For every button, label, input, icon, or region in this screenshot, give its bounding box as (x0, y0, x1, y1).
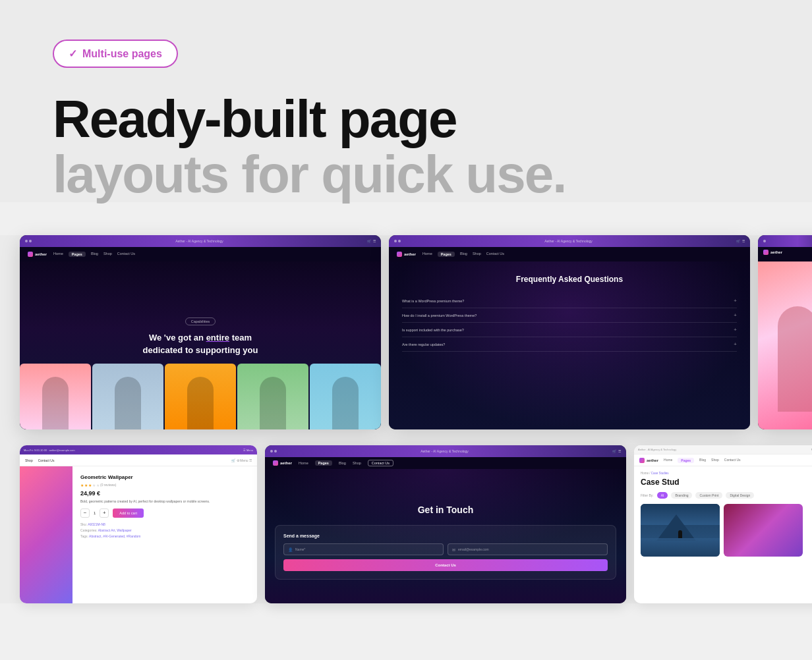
browser-dots-2 (394, 240, 401, 242)
faq-nav-contact[interactable]: Contact Us (486, 252, 504, 257)
nav-contact[interactable]: Contact Us (117, 252, 135, 257)
contact-nav-contact[interactable]: Contact Us (368, 460, 393, 466)
faq-plus-2: + (734, 312, 737, 318)
cart-icon-2: 🛒 (736, 239, 740, 243)
browser-icons-4: 🛒 ☰ (612, 449, 621, 453)
team-content: Capabilities We 've got an entire teamde… (20, 261, 381, 429)
product-reviews: (0 reviews) (100, 483, 116, 487)
faq-title: Frequently Asked Questions (402, 275, 737, 284)
star-4: ★ (92, 483, 96, 487)
email-field[interactable]: ✉ email@example.com (448, 543, 608, 555)
browser-bar-1: Aether - AI Agency & Technology 🛒 ☰ (20, 235, 381, 247)
nav-logo-text: aether (35, 252, 47, 256)
person-4 (237, 364, 308, 429)
cart-icon: 🛒 (367, 239, 371, 243)
faq-question-3: Is support included with the purchase? (402, 328, 464, 332)
faq-nav-pages[interactable]: Pages (438, 252, 455, 257)
case-images (641, 504, 812, 557)
partial-person-bg (758, 261, 812, 429)
nav-blog[interactable]: Blog (91, 252, 98, 257)
team-photo-3 (165, 364, 236, 429)
aether-logo-icon (28, 252, 33, 257)
faq-item-1[interactable]: What is a WordPress premium theme? + (402, 294, 737, 308)
hero-subtitle: layouts for quick use. (53, 147, 759, 202)
faq-nav-shop[interactable]: Shop (473, 252, 481, 257)
contact-nav-pages[interactable]: Pages (315, 460, 332, 466)
silhouette-2 (115, 377, 141, 429)
filter-ai[interactable]: AI (657, 492, 668, 499)
product-nav-shop[interactable]: Shop (25, 458, 33, 462)
contact-nav-home[interactable]: Home (299, 461, 308, 465)
screenshots-area: Aether - AI Agency & Technology 🛒 ☰ aeth… (0, 235, 812, 603)
dot-6 (270, 450, 273, 453)
case-nav-home[interactable]: Home (664, 458, 672, 463)
case-logo-icon (639, 458, 645, 463)
product-meta: Sku: A9321M-N8 Categories: Abstract Art,… (80, 522, 249, 539)
card-1-navbar: aether Home Pages Blog Shop Contact Us (20, 247, 381, 261)
nav-shop[interactable]: Shop (103, 252, 112, 257)
case-nav-contact[interactable]: Contact Us (724, 458, 741, 463)
team-page-card[interactable]: Aether - AI Agency & Technology 🛒 ☰ aeth… (20, 235, 381, 429)
product-title: Geometric Wallpaper (80, 474, 249, 480)
faq-page-card[interactable]: Aether - AI Agency & Technology 🛒 ☰ aeth… (389, 235, 750, 429)
case-nav-pages[interactable]: Pages (678, 458, 694, 463)
nav-pages[interactable]: Pages (69, 252, 86, 257)
faq-content: Frequently Asked Questions What is a Wor… (389, 261, 750, 429)
product-page-card[interactable]: Mon-Fri: 9:00-10:00 · aether@example.com… (20, 445, 257, 603)
team-photo-5 (310, 364, 381, 429)
contact-submit-button[interactable]: Contact Us (283, 559, 608, 571)
contact-logo-text: aether (280, 461, 292, 465)
browser-url-1: Aether - AI Agency & Technology (34, 239, 364, 243)
team-photo-4 (237, 364, 308, 429)
dot-4 (398, 240, 401, 242)
contact-page-card[interactable]: Aether - AI Agency & Technology 🛒 ☰ aeth… (265, 445, 626, 603)
faq-plus-4: + (734, 341, 737, 347)
product-nav-contact[interactable]: Contact Us (38, 458, 55, 462)
faq-question-2: How do I install a premium WordPress the… (402, 314, 477, 317)
faq-item-3[interactable]: Is support included with the purchase? + (402, 323, 737, 337)
browser-icons-2: 🛒 ☰ (736, 239, 745, 243)
team-photo-1 (20, 364, 91, 429)
browser-bar-4: Aether - AI Agency & Technology 🛒 ☰ (265, 445, 626, 457)
qty-plus[interactable]: + (100, 509, 109, 518)
nav-home[interactable]: Home (53, 252, 63, 257)
product-quantity[interactable]: − 1 + Add to cart (80, 509, 249, 518)
top-row: Aether - AI Agency & Technology 🛒 ☰ aeth… (0, 235, 812, 429)
nav-links-2: Home Pages Blog Shop Contact Us (422, 252, 742, 257)
partial-logo-text: aether (770, 250, 782, 254)
product-sku: Sku: A9321M-N8 (80, 522, 249, 528)
filter-custom-print[interactable]: Custom Print (695, 492, 722, 499)
add-to-cart-button[interactable]: Add to cart (113, 509, 144, 518)
cart-icon-4: 🛒 (612, 449, 616, 453)
faq-item-2[interactable]: How do I install a premium WordPress the… (402, 308, 737, 323)
star-5: ★ (96, 483, 100, 487)
case-nav-blog[interactable]: Blog (699, 458, 706, 463)
filter-label: Filter By: (641, 493, 654, 497)
check-icon: ✓ (69, 47, 77, 60)
team-title: We 've got an entire teamdedicated to su… (143, 332, 258, 356)
product-bar-info: Mon-Fri: 9:00-10:00 · aether@example.com (24, 449, 75, 452)
hero-title: Ready-built page (53, 92, 759, 147)
bottom-row: Mon-Fri: 9:00-10:00 · aether@example.com… (0, 437, 812, 603)
contact-nav-shop[interactable]: Shop (353, 461, 361, 465)
silhouette-4 (260, 377, 286, 429)
filter-branding[interactable]: Branding (671, 492, 692, 499)
silhouette-3 (187, 377, 214, 429)
partial-logo-icon (763, 250, 768, 255)
case-studies-card[interactable]: Aether - AI Agency & Technology Mon-Fri:… (634, 445, 812, 603)
filter-digital-design[interactable]: Digital Design (726, 492, 754, 499)
contact-nav-blog[interactable]: Blog (339, 461, 346, 465)
faq-item-4[interactable]: Are there regular updates? + (402, 337, 737, 352)
faq-list: What is a WordPress premium theme? + How… (402, 294, 737, 352)
faq-nav-home[interactable]: Home (422, 252, 432, 257)
star-1: ★ (80, 483, 84, 487)
name-field[interactable]: 👤 Name* (283, 543, 444, 555)
case-content: Home / Case Studies Case Stud Filter By:… (634, 466, 812, 603)
star-2: ★ (84, 483, 88, 487)
qty-minus[interactable]: − (80, 509, 90, 518)
person-1 (20, 364, 91, 429)
faq-plus-1: + (734, 298, 737, 304)
faq-nav-blog[interactable]: Blog (460, 252, 467, 257)
browser-dots (25, 240, 32, 242)
case-nav-shop[interactable]: Shop (711, 458, 719, 463)
